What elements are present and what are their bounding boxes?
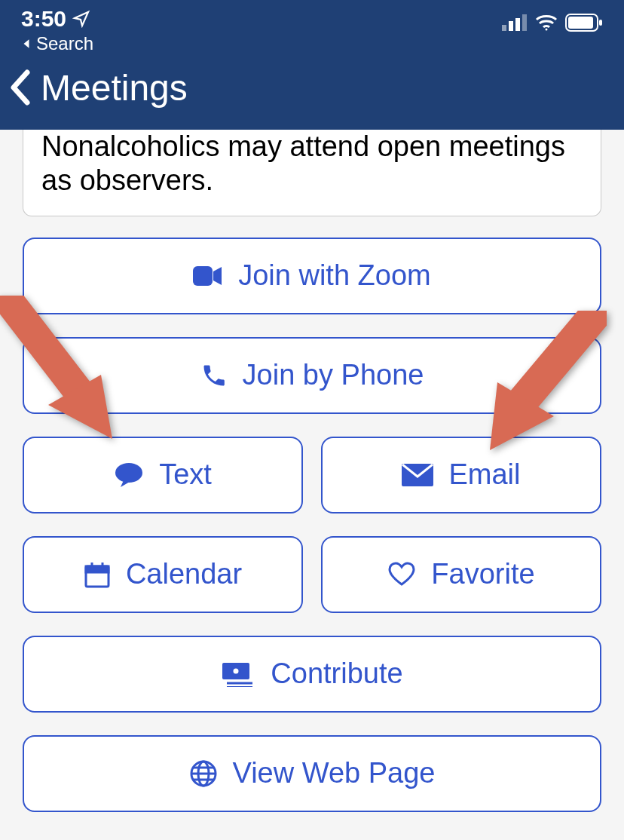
phone-icon	[200, 362, 228, 389]
heart-icon	[387, 562, 416, 587]
globe-icon	[189, 759, 218, 788]
envelope-icon	[402, 464, 433, 486]
video-icon	[193, 265, 223, 287]
wifi-icon	[535, 14, 558, 31]
email-button[interactable]: Email	[321, 437, 601, 514]
chevron-left-icon	[5, 66, 38, 109]
text-label: Text	[159, 458, 212, 491]
svg-rect-7	[599, 20, 602, 26]
status-time: 3:50	[21, 6, 93, 32]
calendar-button[interactable]: Calendar	[23, 536, 303, 613]
status-time-value: 3:50	[21, 6, 66, 32]
triangle-left-icon	[21, 38, 32, 49]
svg-rect-8	[193, 266, 213, 286]
email-label: Email	[448, 458, 520, 491]
text-button[interactable]: Text	[23, 437, 303, 514]
calendar-label: Calendar	[126, 558, 242, 590]
join-zoom-button[interactable]: Join with Zoom	[23, 238, 601, 314]
calendar-icon	[84, 561, 111, 588]
favorite-button[interactable]: Favorite	[321, 536, 601, 613]
svg-point-4	[546, 29, 548, 31]
svg-rect-12	[86, 566, 109, 572]
location-icon	[72, 10, 90, 28]
join-phone-button[interactable]: Join by Phone	[23, 337, 601, 414]
battery-icon	[565, 14, 603, 32]
status-bar: 3:50 Search	[0, 0, 624, 45]
money-icon	[221, 661, 255, 687]
svg-rect-6	[568, 17, 593, 29]
svg-rect-1	[509, 21, 513, 31]
svg-rect-0	[502, 25, 506, 31]
content: Nonalcoholics may attend open meetings a…	[0, 130, 624, 812]
join-zoom-label: Join with Zoom	[238, 259, 431, 292]
nav-title: Meetings	[41, 67, 188, 109]
back-button[interactable]: Meetings	[5, 66, 188, 109]
svg-rect-3	[522, 14, 527, 31]
back-to-app[interactable]: Search	[21, 33, 93, 54]
contribute-button[interactable]: Contribute	[23, 636, 601, 713]
chat-icon	[114, 461, 144, 489]
webpage-label: View Web Page	[233, 757, 436, 789]
cellular-icon	[502, 14, 528, 31]
favorite-label: Favorite	[431, 558, 534, 590]
nav-header: Meetings	[0, 45, 624, 130]
info-text: as observers.	[41, 164, 213, 196]
svg-point-16	[232, 667, 240, 675]
back-to-app-label: Search	[36, 33, 93, 54]
svg-rect-2	[515, 18, 520, 31]
webpage-button[interactable]: View Web Page	[23, 735, 601, 812]
join-phone-label: Join by Phone	[243, 359, 424, 391]
meeting-info-card: Nonalcoholics may attend open meetings a…	[23, 130, 601, 216]
contribute-label: Contribute	[271, 658, 402, 690]
svg-point-9	[115, 463, 142, 483]
